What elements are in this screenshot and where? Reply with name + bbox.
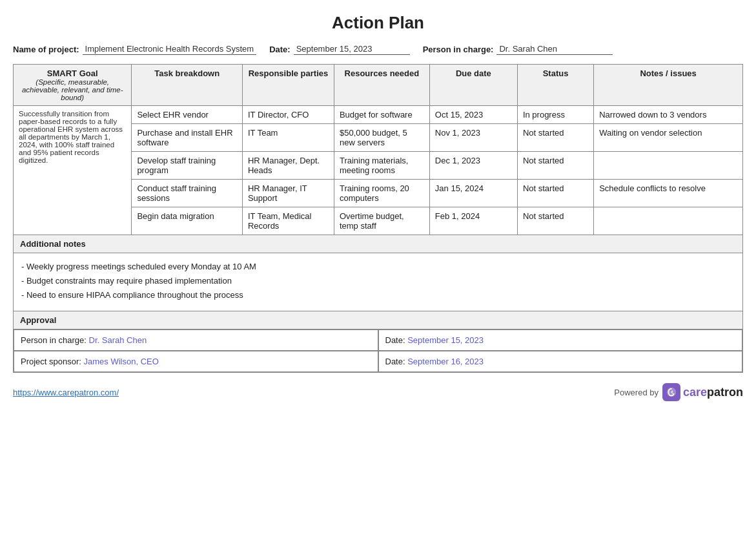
carepatron-logo: carepatron — [662, 383, 743, 401]
page-title: Action Plan — [13, 13, 743, 33]
smart-goal-cell: Successfully transition from paper-based… — [14, 106, 132, 235]
person-section: Person in charge: Dr. Sarah Chen — [423, 43, 613, 55]
approval-row-2: Project sponsor: James Wilson, CEO Date:… — [14, 351, 742, 372]
additional-notes-content: - Weekly progress meetings scheduled eve… — [13, 253, 743, 311]
responsible-cell: HR Manager, Dept. Heads — [242, 152, 334, 180]
resources-needed-header: Resources needed — [334, 65, 429, 106]
task-breakdown-header: Task breakdown — [132, 65, 243, 106]
notes-issues-header: Notes / issues — [594, 65, 743, 106]
smart-goal-header: SMART Goal (Specific, measurable, achiev… — [14, 65, 132, 106]
notes-line: - Weekly progress meetings scheduled eve… — [21, 260, 735, 274]
status-cell: Not started — [517, 180, 593, 207]
project-sponsor-value: James Wilson, CEO — [84, 357, 159, 366]
status-cell: Not started — [517, 152, 593, 180]
powered-by-label: Powered by — [614, 388, 659, 397]
sponsor-date-label: Date: — [385, 357, 405, 366]
approval-section: Person in charge: Dr. Sarah Chen Date: S… — [13, 329, 743, 373]
date-section: Date: September 15, 2023 — [269, 43, 410, 55]
additional-notes-header: Additional notes — [13, 235, 743, 253]
notes-cell: Schedule conflicts to resolve — [594, 180, 743, 207]
notes-cell: Narrowed down to 3 vendors — [594, 106, 743, 124]
meta-row: Name of project: Implement Electronic He… — [13, 43, 743, 55]
task-cell: Purchase and install EHR software — [132, 124, 243, 152]
footer: https://www.carepatron.com/ Powered by c… — [13, 383, 743, 401]
notes-line: - Need to ensure HIPAA compliance throug… — [21, 288, 735, 302]
footer-link[interactable]: https://www.carepatron.com/ — [13, 388, 119, 397]
sponsor-date-value: September 16, 2023 — [407, 357, 484, 366]
sponsor-date-cell: Date: September 16, 2023 — [378, 351, 743, 372]
project-sponsor-cell: Project sponsor: James Wilson, CEO — [14, 351, 378, 372]
approval-date-value: September 15, 2023 — [407, 335, 484, 345]
approval-header: Approval — [13, 311, 743, 329]
carepatron-brand-text: carepatron — [683, 386, 743, 399]
task-cell: Conduct staff training sessions — [132, 180, 243, 207]
date-label: Date: — [269, 45, 291, 54]
responsible-cell: IT Director, CFO — [242, 106, 334, 124]
resources-cell: Training materials, meeting rooms — [334, 152, 429, 180]
approval-date-cell: Date: September 15, 2023 — [378, 329, 743, 351]
task-cell: Select EHR vendor — [132, 106, 243, 124]
person-value: Dr. Sarah Chen — [496, 43, 613, 55]
task-cell: Begin data migration — [132, 207, 243, 235]
resources-cell: $50,000 budget, 5 new servers — [334, 124, 429, 152]
due-date-cell: Dec 1, 2023 — [429, 152, 517, 180]
resources-cell: Overtime budget, temp staff — [334, 207, 429, 235]
approval-date-label: Date: — [385, 335, 405, 345]
carepatron-icon — [662, 383, 680, 401]
powered-by: Powered by carepatron — [614, 383, 743, 401]
person-in-charge-cell: Person in charge: Dr. Sarah Chen — [14, 329, 378, 351]
responsible-parties-header: Responsible parties — [242, 65, 334, 106]
due-date-header: Due date — [429, 65, 517, 106]
status-cell: In progress — [517, 106, 593, 124]
due-date-cell: Jan 15, 2024 — [429, 180, 517, 207]
project-value: Implement Electronic Health Records Syst… — [83, 43, 257, 55]
action-plan-table: SMART Goal (Specific, measurable, achiev… — [13, 64, 743, 235]
project-label: Name of project: — [13, 45, 79, 54]
responsible-cell: IT Team — [242, 124, 334, 152]
status-header: Status — [517, 65, 593, 106]
project-sponsor-label: Project sponsor: — [21, 357, 81, 366]
notes-cell — [594, 152, 743, 180]
responsible-cell: IT Team, Medical Records — [242, 207, 334, 235]
notes-line: - Budget constraints may require phased … — [21, 274, 735, 288]
person-in-charge-label: Person in charge: — [21, 335, 87, 345]
person-label: Person in charge: — [423, 45, 494, 54]
resources-cell: Training rooms, 20 computers — [334, 180, 429, 207]
due-date-cell: Feb 1, 2024 — [429, 207, 517, 235]
due-date-cell: Oct 15, 2023 — [429, 106, 517, 124]
due-date-cell: Nov 1, 2023 — [429, 124, 517, 152]
responsible-cell: HR Manager, IT Support — [242, 180, 334, 207]
status-cell: Not started — [517, 124, 593, 152]
notes-cell: Waiting on vendor selection — [594, 124, 743, 152]
date-value: September 15, 2023 — [294, 43, 410, 55]
status-cell: Not started — [517, 207, 593, 235]
notes-cell — [594, 207, 743, 235]
person-in-charge-value: Dr. Sarah Chen — [89, 335, 147, 345]
resources-cell: Budget for software — [334, 106, 429, 124]
project-section: Name of project: Implement Electronic He… — [13, 43, 256, 55]
task-cell: Develop staff training program — [132, 152, 243, 180]
approval-row-1: Person in charge: Dr. Sarah Chen Date: S… — [14, 329, 742, 351]
